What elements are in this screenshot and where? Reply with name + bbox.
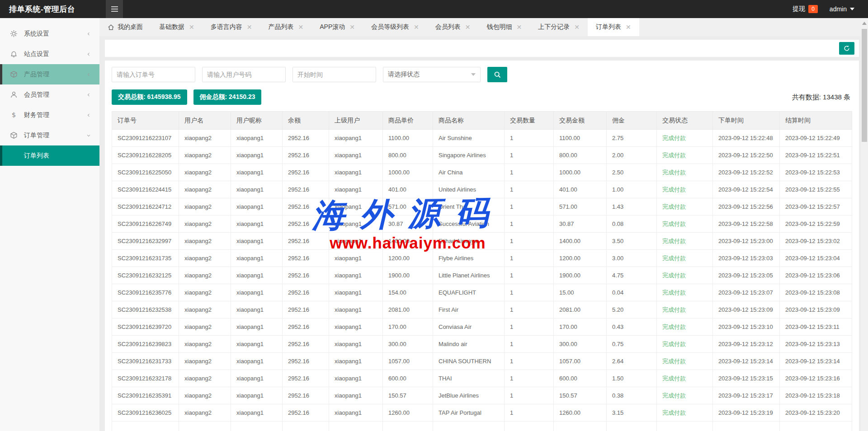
tab-bar: 我的桌面基础数据✕多语言内容✕产品列表✕APP滚动✕会员等级列表✕会员列表✕钱包… — [99, 18, 868, 36]
table-cell: 完成付款 — [657, 198, 713, 216]
table-cell: 1 — [505, 250, 554, 267]
table-cell: 1 — [505, 284, 554, 301]
vertical-scrollbar[interactable] — [861, 18, 868, 431]
close-icon[interactable]: ✕ — [626, 24, 631, 30]
table-cell: 完成付款 — [657, 216, 713, 233]
chevron-down-icon — [850, 8, 854, 10]
table-cell: 1000.00 — [554, 164, 607, 181]
start-time-input[interactable] — [292, 67, 376, 82]
close-icon[interactable]: ✕ — [349, 24, 355, 30]
table-cell: 2952.16 — [283, 336, 329, 353]
table-cell: xiaopang2 — [179, 267, 231, 284]
table-cell: 2023-09-12 15:22:49 — [780, 130, 852, 147]
tab-0[interactable]: 我的桌面 — [99, 18, 151, 36]
tab-label: 会员列表 — [435, 23, 461, 31]
search-button[interactable] — [487, 67, 507, 82]
scroll-up-arrow-icon[interactable] — [862, 22, 867, 25]
table-cell: JetBlue Airlines — [433, 387, 505, 404]
table-cell: 完成付款 — [657, 353, 713, 370]
table-cell: 1.50 — [607, 370, 657, 387]
table-cell: 2023-09-12 15:22:48 — [713, 130, 780, 147]
close-icon[interactable]: ✕ — [516, 24, 522, 30]
table-cell: xiaopang1 — [329, 284, 383, 301]
table-cell: 3.50 — [607, 233, 657, 250]
table-cell: 30.87 — [554, 216, 607, 233]
table-cell: 2023-09-12 15:23:14 — [780, 353, 852, 370]
close-icon[interactable]: ✕ — [465, 24, 471, 30]
tab-2[interactable]: 多语言内容✕ — [203, 18, 260, 36]
table-cell: 1 — [505, 147, 554, 164]
table-cell: xiaopang2 — [179, 250, 231, 267]
tab-9[interactable]: 订单列表✕ — [588, 18, 639, 36]
close-icon[interactable]: ✕ — [189, 24, 194, 30]
sidebar-item-2[interactable]: 产品管理 — [0, 64, 99, 84]
tab-1[interactable]: 基础数据✕ — [151, 18, 203, 36]
column-header: 结算时间 — [780, 112, 852, 130]
table-cell: SC23091216239720 — [112, 319, 179, 336]
sidebar-item-0[interactable]: 系统设置 — [0, 23, 99, 44]
table-cell: SC23091216235391 — [112, 387, 179, 404]
table-cell: xiaopang1 — [231, 404, 283, 422]
table-cell: 2023-09-12 15:23:15 — [713, 370, 780, 387]
user-number-input[interactable] — [202, 67, 286, 82]
close-icon[interactable]: ✕ — [298, 24, 303, 30]
table-row: SC23091216231735xiaopang2xiaopang12952.1… — [112, 250, 852, 267]
table-cell: xiaopang2 — [179, 181, 231, 198]
sidebar-item-3[interactable]: 会员管理 — [0, 84, 99, 105]
table-cell: 1000.00 — [383, 164, 433, 181]
tab-8[interactable]: 上下分记录✕ — [530, 18, 588, 36]
table-cell: 2023-09-12 15:22:56 — [713, 198, 780, 216]
sidebar-item-5[interactable]: 订单管理 — [0, 125, 99, 145]
status-select[interactable]: 请选择状态 — [383, 67, 481, 82]
chevron-down-icon — [86, 133, 91, 138]
table-cell: 150.57 — [383, 387, 433, 404]
sidebar-item-label: 站点设置 — [24, 50, 86, 58]
tab-7[interactable]: 钱包明细✕ — [478, 18, 530, 36]
table-cell: SC23091216223107 — [112, 130, 179, 147]
table-cell: xiaopang2 — [179, 198, 231, 216]
table-cell: 2023-09-12 15:22:58 — [713, 216, 780, 233]
sidebar-item-1[interactable]: 站点设置 — [0, 44, 99, 64]
close-icon[interactable]: ✕ — [414, 24, 419, 30]
sidebar-item-label: 财务管理 — [24, 111, 86, 119]
commission-total-badge[interactable]: 佣金总额: 24150.23 — [193, 89, 262, 105]
tab-label: 基础数据 — [159, 23, 184, 31]
tab-5[interactable]: 会员等级列表✕ — [363, 18, 427, 36]
table-cell: 1 — [505, 404, 554, 422]
order-number-input[interactable] — [112, 67, 195, 82]
tab-3[interactable]: 产品列表✕ — [260, 18, 311, 36]
table-cell: SC23091216232538 — [112, 301, 179, 319]
table-cell: 2023-09-12 15:23:03 — [713, 250, 780, 267]
sidebar-item-4[interactable]: $财务管理 — [0, 105, 99, 125]
tab-4[interactable]: APP滚动✕ — [311, 18, 363, 36]
table-cell — [433, 422, 505, 431]
table-cell: 2023-09-12 15:23:19 — [713, 404, 780, 422]
sidebar-item-label: 系统设置 — [24, 30, 86, 38]
table-cell: 1 — [505, 198, 554, 216]
table-row: SC23091216225050xiaopang2xiaopang12952.1… — [112, 164, 852, 181]
table-cell: SC23091216228205 — [112, 147, 179, 164]
tab-6[interactable]: 会员列表✕ — [427, 18, 479, 36]
user-menu[interactable]: admin — [830, 5, 854, 13]
svg-text:$: $ — [12, 111, 16, 119]
refresh-button[interactable] — [839, 42, 854, 55]
hamburger-menu-icon[interactable] — [106, 0, 123, 18]
trade-total-badge[interactable]: 交易总额: 6145938.95 — [112, 89, 187, 105]
table-cell: 2952.16 — [283, 370, 329, 387]
withdraw-menu[interactable]: 提现 0 — [793, 5, 818, 13]
table-cell: 1.00 — [607, 181, 657, 198]
table-cell: 600.00 — [383, 370, 433, 387]
sidebar-item-label: 会员管理 — [24, 91, 86, 99]
table-cell: 1 — [505, 181, 554, 198]
table-cell: 0.08 — [607, 216, 657, 233]
close-icon[interactable]: ✕ — [247, 24, 252, 30]
chevron-left-icon — [86, 31, 91, 37]
table-cell: 2023-09-12 15:23:20 — [780, 404, 852, 422]
table-cell: 1900.00 — [554, 267, 607, 284]
table-cell: 15.00 — [554, 284, 607, 301]
close-icon[interactable]: ✕ — [574, 24, 580, 30]
table-cell: 完成付款 — [657, 130, 713, 147]
scrollbar-thumb[interactable] — [862, 29, 867, 142]
sidebar-subitem-orders[interactable]: 订单列表 — [0, 145, 99, 166]
table-cell: xiaopang2 — [179, 130, 231, 147]
